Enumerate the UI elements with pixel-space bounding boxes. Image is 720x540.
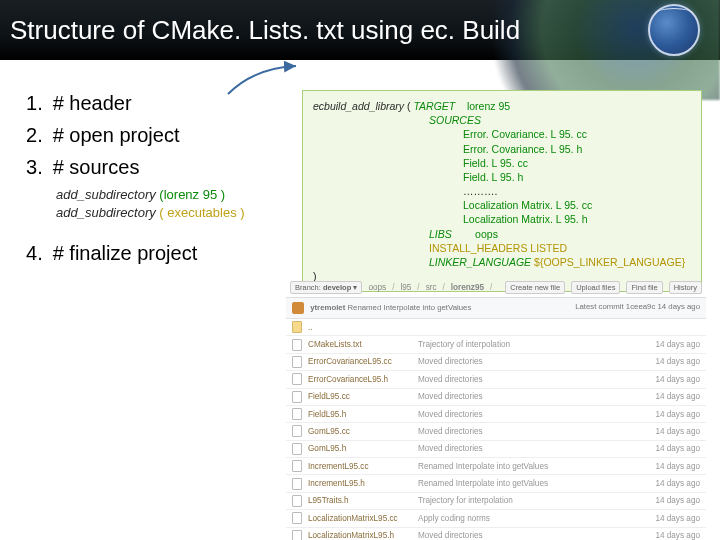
btn-create-file[interactable]: Create new file <box>505 281 565 294</box>
file-time: 14 days ago <box>630 444 700 453</box>
file-name[interactable]: GomL95.h <box>308 444 418 453</box>
file-time: 14 days ago <box>630 514 700 523</box>
file-time: 14 days ago <box>630 357 700 366</box>
file-icon <box>292 530 302 540</box>
file-icon <box>292 512 302 524</box>
src-2: Field. L 95. cc <box>313 156 691 170</box>
subcode-arg-2: ( executables ) <box>159 205 244 220</box>
step-header: # header <box>26 90 286 116</box>
filelist-last-commit: ytremolet Renamed Interpolate into getVa… <box>286 298 706 319</box>
btn-upload-files[interactable]: Upload files <box>571 281 620 294</box>
table-row[interactable]: FieldL95.ccMoved directories14 days ago <box>286 389 706 406</box>
step-sources: # sources <box>26 154 286 180</box>
table-row[interactable]: CMakeLists.txtTrajectory of interpolatio… <box>286 336 706 353</box>
src-4: ………. <box>313 184 691 198</box>
btn-history[interactable]: History <box>669 281 702 294</box>
val-linker: ${OOPS_LINKER_LANGUAGE} <box>534 256 685 268</box>
file-time: 14 days ago <box>630 496 700 505</box>
github-file-list: Branch: develop ▾ oops/ l95/ src/ lorenz… <box>286 278 706 540</box>
file-name[interactable]: IncrementL95.cc <box>308 462 418 471</box>
file-commit-msg: Apply coding norms <box>418 514 630 523</box>
file-name[interactable]: LocalizationMatrixL95.h <box>308 531 418 540</box>
line-install: INSTALL_HEADERS LISTED <box>313 241 691 255</box>
file-commit-msg: Moved directories <box>418 392 630 401</box>
crumb-4: lorenz95 <box>451 283 484 292</box>
file-time: 14 days ago <box>630 531 700 540</box>
table-row[interactable]: ErrorCovarianceL95.hMoved directories14 … <box>286 371 706 388</box>
table-row[interactable]: IncrementL95.ccRenamed Interpolate into … <box>286 458 706 475</box>
branch-selector[interactable]: Branch: develop ▾ <box>290 281 362 294</box>
file-commit-msg: Renamed Interpolate into getValues <box>418 462 630 471</box>
folder-icon <box>292 321 302 333</box>
file-time: 14 days ago <box>630 427 700 436</box>
file-commit-msg: Moved directories <box>418 357 630 366</box>
file-time: 14 days ago <box>630 392 700 401</box>
file-commit-msg: Moved directories <box>418 427 630 436</box>
file-name[interactable]: FieldL95.h <box>308 410 418 419</box>
steps-list: # header # open project # sources <box>26 90 286 180</box>
table-row[interactable]: ErrorCovarianceL95.ccMoved directories14… <box>286 354 706 371</box>
file-commit-msg: Trajectory of interpolation <box>418 340 630 349</box>
slide-header: Structure of CMake. Lists. txt using ec.… <box>0 0 720 60</box>
file-name[interactable]: ErrorCovarianceL95.h <box>308 375 418 384</box>
file-time: 14 days ago <box>630 479 700 488</box>
src-3: Field. L 95. h <box>313 170 691 184</box>
step-finalize: # finalize project <box>26 240 286 266</box>
file-time: 14 days ago <box>630 340 700 349</box>
table-row[interactable]: GomL95.ccMoved directories14 days ago <box>286 423 706 440</box>
table-row[interactable]: LocalizationMatrixL95.ccApply coding nor… <box>286 510 706 527</box>
table-row[interactable]: .. <box>286 319 706 336</box>
crumb-3[interactable]: src <box>426 283 437 292</box>
file-name[interactable]: ErrorCovarianceL95.cc <box>308 357 418 366</box>
file-name[interactable]: LocalizationMatrixL95.cc <box>308 514 418 523</box>
right-column: ecbuild_add_library ( TARGET lorenz 95 S… <box>302 90 702 292</box>
commit-user[interactable]: ytremolet <box>310 303 345 312</box>
commit-meta: Latest commit 1ceea9c 14 days ago <box>575 302 700 314</box>
file-commit-msg: Moved directories <box>418 444 630 453</box>
table-row[interactable]: LocalizationMatrixL95.hMoved directories… <box>286 528 706 541</box>
file-commit-msg: Moved directories <box>418 531 630 540</box>
file-time: 14 days ago <box>630 375 700 384</box>
file-name[interactable]: .. <box>308 323 418 332</box>
src-5: Localization Matrix. L 95. cc <box>313 198 691 212</box>
file-commit-msg: Moved directories <box>418 410 630 419</box>
slide-title: Structure of CMake. Lists. txt using ec.… <box>10 15 520 46</box>
file-commit-msg: Moved directories <box>418 375 630 384</box>
jcsda-logo <box>648 4 700 56</box>
btn-find-file[interactable]: Find file <box>626 281 662 294</box>
kw-libs: LIBS <box>429 228 452 240</box>
file-name[interactable]: IncrementL95.h <box>308 479 418 488</box>
crumb-2[interactable]: l95 <box>400 283 411 292</box>
file-icon <box>292 443 302 455</box>
codebox-open: ( <box>407 100 411 112</box>
val-target: lorenz 95 <box>467 100 510 112</box>
file-name[interactable]: FieldL95.cc <box>308 392 418 401</box>
table-row[interactable]: FieldL95.hMoved directories14 days ago <box>286 406 706 423</box>
subdirectory-code: add_subdirectory (lorenz 95 ) add_subdir… <box>56 186 286 222</box>
subcode-arg-1: (lorenz 95 ) <box>159 187 225 202</box>
kw-linker: LINKER_LANGUAGE <box>429 256 531 268</box>
file-icon <box>292 408 302 420</box>
kw-sources: SOURCES <box>429 114 481 126</box>
slide-content: # header # open project # sources add_su… <box>0 60 720 292</box>
file-name[interactable]: CMakeLists.txt <box>308 340 418 349</box>
table-row[interactable]: GomL95.hMoved directories14 days ago <box>286 441 706 458</box>
file-icon <box>292 460 302 472</box>
table-row[interactable]: IncrementL95.hRenamed Interpolate into g… <box>286 475 706 492</box>
file-commit-msg: Renamed Interpolate into getValues <box>418 479 630 488</box>
table-row[interactable]: L95Traits.hTrajectory for interpolation1… <box>286 493 706 510</box>
left-column: # header # open project # sources add_su… <box>26 90 286 292</box>
file-icon <box>292 373 302 385</box>
file-icon <box>292 425 302 437</box>
steps-list-2: # finalize project <box>26 240 286 266</box>
file-name[interactable]: L95Traits.h <box>308 496 418 505</box>
src-1: Error. Covariance. L 95. h <box>313 142 691 156</box>
file-name[interactable]: GomL95.cc <box>308 427 418 436</box>
subcode-fn-1: add_subdirectory <box>56 187 156 202</box>
crumb-1[interactable]: oops <box>368 283 386 292</box>
file-icon <box>292 339 302 351</box>
commit-msg[interactable]: Renamed Interpolate into getValues <box>347 303 471 312</box>
file-icon <box>292 391 302 403</box>
file-commit-msg: Trajectory for interpolation <box>418 496 630 505</box>
filelist-rows: ..CMakeLists.txtTrajectory of interpolat… <box>286 319 706 540</box>
